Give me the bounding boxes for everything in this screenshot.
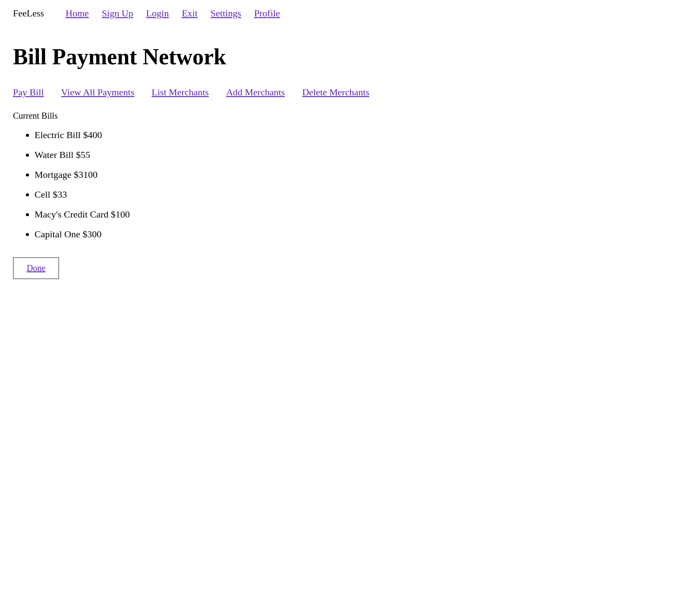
nav-link-settings[interactable]: Settings <box>211 8 241 19</box>
nav-link-login[interactable]: Login <box>146 8 169 19</box>
list-item: Electric Bill $400 <box>35 129 687 141</box>
main-content: Bill Payment Network Pay Bill View All P… <box>0 27 700 292</box>
current-bills-label: Current Bills <box>13 111 687 121</box>
done-button-container: Done <box>13 257 687 279</box>
bills-list: Electric Bill $400 Water Bill $55 Mortga… <box>13 129 687 240</box>
brand-logo: FeeLess <box>13 8 44 19</box>
navigation: FeeLess Home Sign Up Login Exit Settings… <box>0 0 700 27</box>
list-item: Capital One $300 <box>35 229 687 240</box>
view-all-payments-link[interactable]: View All Payments <box>61 87 135 98</box>
page-title: Bill Payment Network <box>13 44 687 69</box>
delete-merchants-link[interactable]: Delete Merchants <box>302 87 369 98</box>
list-item: Water Bill $55 <box>35 149 687 161</box>
nav-link-profile[interactable]: Profile <box>254 8 280 19</box>
list-merchants-link[interactable]: List Merchants <box>151 87 209 98</box>
action-links: Pay Bill View All Payments List Merchant… <box>13 87 687 98</box>
nav-link-signup[interactable]: Sign Up <box>102 8 133 19</box>
nav-link-exit[interactable]: Exit <box>182 8 198 19</box>
done-button[interactable]: Done <box>13 257 59 279</box>
list-item: Macy's Credit Card $100 <box>35 209 687 220</box>
list-item: Mortgage $3100 <box>35 169 687 180</box>
list-item: Cell $33 <box>35 189 687 200</box>
nav-link-home[interactable]: Home <box>66 8 89 19</box>
add-merchants-link[interactable]: Add Merchants <box>226 87 285 98</box>
pay-bill-link[interactable]: Pay Bill <box>13 87 44 98</box>
